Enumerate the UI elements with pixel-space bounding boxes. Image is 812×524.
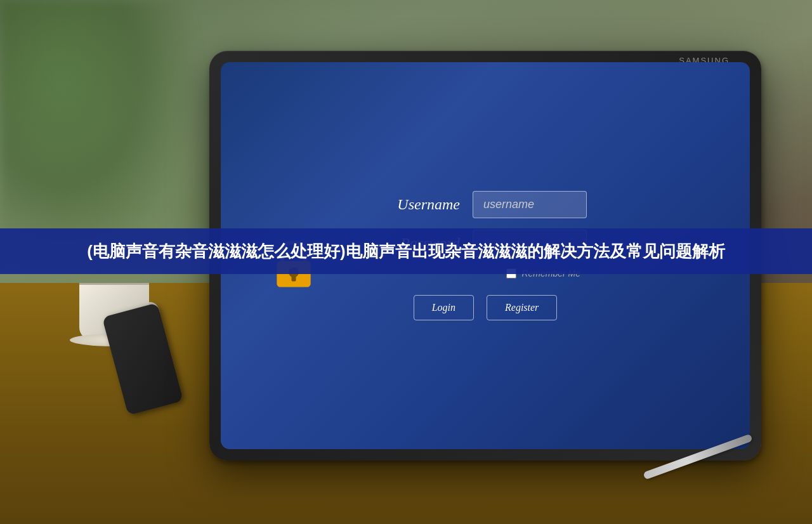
- svg-rect-2: [291, 275, 296, 282]
- username-label: Username: [384, 196, 460, 213]
- article-banner: (电脑声音有杂音滋滋滋怎么处理好)电脑声音出现杂音滋滋滋的解决方法及常见问题解析: [0, 228, 812, 274]
- button-row: Login Register: [414, 295, 558, 320]
- username-input[interactable]: [473, 191, 587, 218]
- article-title: (电脑声音有杂音滋滋滋怎么处理好)电脑声音出现杂音滋滋滋的解决方法及常见问题解析: [25, 240, 787, 263]
- register-button[interactable]: Register: [487, 295, 557, 320]
- username-row: Username: [384, 191, 587, 218]
- login-button[interactable]: Login: [414, 295, 474, 320]
